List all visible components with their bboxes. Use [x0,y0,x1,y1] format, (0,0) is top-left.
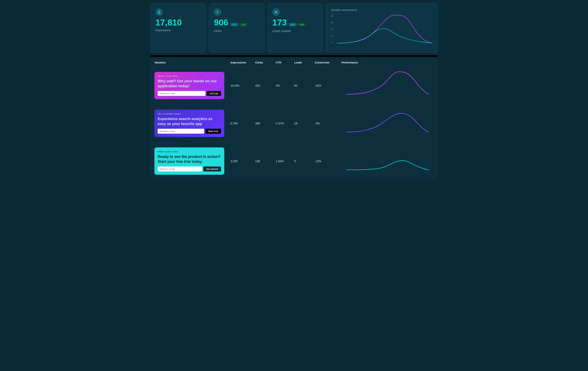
var-email-input-1[interactable] [158,91,205,96]
impressions-card: 17,810 Impressions [150,3,206,53]
chart-title: Variation performance [331,9,432,11]
ctr-1: 4% [276,84,294,87]
impressions-value: 17,810 [156,18,201,27]
col-leads: Leads [294,61,315,64]
leads-value: 173 [273,18,287,27]
clicks-value: 906 [214,18,228,27]
dashboard: 17,810 Impressions 906 11% +1% Clicks [147,0,441,183]
impressions-3: 2,050 [231,160,255,163]
var-tag-3: FREE 30-DAY TRIAL [158,151,221,153]
star-icon [273,9,280,16]
variation-performance-card: Variation performance 0 10 20 30 40 [326,3,438,53]
clicks-2: 368 [255,122,276,125]
person-icon [156,9,163,16]
clicks-badges: 11% +1% [230,23,247,26]
var-title-2: Experience search analytics as easy as y… [158,117,221,126]
leads-badge-delta: +3% [298,23,306,26]
impressions-label: Impressions [156,29,201,32]
col-clicks: Clicks [255,61,276,64]
clicks-label: Clicks [214,29,260,33]
variation-cell-1: BEGIN YOUR TRIAL Why wait? Get your hand… [154,72,231,99]
variation-chart: 0 10 20 30 40 [331,15,432,48]
stats-row: 17,810 Impressions 906 11% +1% Clicks [150,3,438,53]
var-form-1: Let's go [158,91,221,96]
clicks-1: 400 [255,84,276,87]
impressions-2: 5,760 [231,122,255,125]
leads-card: 173 26% +3% Leads created [267,3,323,53]
var-cta-btn-1[interactable]: Let's go [207,91,221,96]
leads-badges: 26% +3% [289,23,306,26]
var-title-1: Why wait? Get your hands on our applicat… [158,79,221,89]
var-form-3: Get started [158,167,221,171]
table-row: FREE 30-DAY TRIAL Ready to see the produ… [150,142,438,180]
performance-chart-2 [341,109,434,138]
leads-3: 5 [294,160,315,163]
variation-cell-3: FREE 30-DAY TRIAL Ready to see the produ… [154,147,231,175]
variation-card-purple: BEGIN YOUR TRIAL Why wait? Get your hand… [154,72,224,99]
performance-chart-3 [341,146,434,176]
leads-badge-pct: 26% [289,23,297,26]
var-cta-btn-2[interactable]: Start trial [205,129,221,134]
col-performance: Performance [341,61,434,64]
cursor-icon [214,9,221,16]
var-title-3: Ready to see the product in action? Star… [158,154,221,164]
ctr-2: 2.37% [276,122,294,125]
ctr-3: 1.94% [276,160,294,163]
conversion-1: .42% [315,84,341,87]
variation-card-indigo: GET STARTED TODAY Experience search anal… [154,110,224,137]
y-axis-labels: 0 10 20 30 40 [331,15,333,43]
leads-2: 18 [294,122,315,125]
performance-chart-1 [341,71,434,100]
conversion-3: .13% [315,160,341,163]
col-variation: Variation [154,61,231,64]
table-header: Variation Impressions Clicks CTR Leads C… [150,59,438,67]
table-row: GET STARTED TODAY Experience search anal… [150,104,438,142]
clicks-badge-delta: +1% [240,23,247,26]
variation-cell-2: GET STARTED TODAY Experience search anal… [154,110,231,137]
col-ctr: CTR [276,61,294,64]
col-conversion: Conversion [315,61,341,64]
var-cta-btn-3[interactable]: Get started [203,167,221,171]
var-email-input-3[interactable] [158,167,202,171]
section-divider [150,55,438,57]
col-impressions: Impressions [231,61,255,64]
impressions-1: 10,000 [231,84,255,87]
clicks-3: 138 [255,160,276,163]
clicks-badge-pct: 11% [230,23,238,26]
chart-svg-container [337,15,432,43]
clicks-card: 906 11% +1% Clicks [209,3,265,53]
variation-card-cyan: FREE 30-DAY TRIAL Ready to see the produ… [154,147,224,175]
var-email-input-2[interactable] [158,129,204,134]
conversion-2: .3% [315,122,341,125]
var-form-2: Start trial [158,129,221,134]
table-row: BEGIN YOUR TRIAL Why wait? Get your hand… [150,67,438,104]
table-section: Variation Impressions Clicks CTR Leads C… [150,59,438,180]
leads-1: 60 [294,84,315,87]
leads-label: Leads created [273,29,318,33]
var-tag-2: GET STARTED TODAY [158,113,221,115]
var-tag-1: BEGIN YOUR TRIAL [158,75,221,77]
